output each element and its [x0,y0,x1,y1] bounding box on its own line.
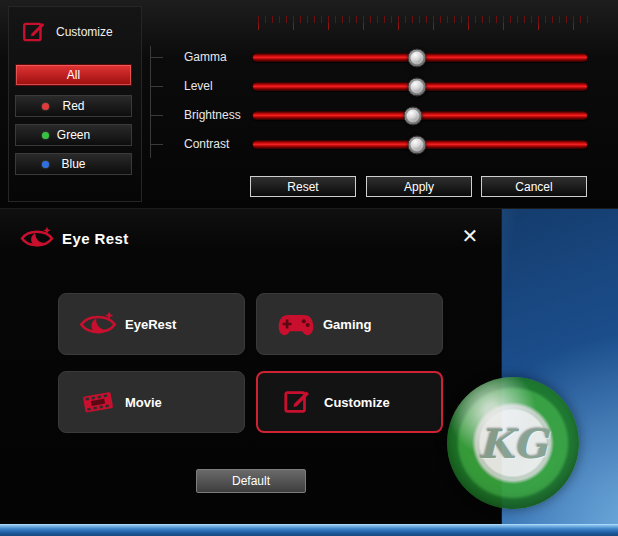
slider-label-brightness: Brightness [184,108,241,122]
contrast-slider-knob[interactable] [407,135,426,154]
close-icon[interactable]: ✕ [457,223,483,249]
channel-button-all[interactable]: All [15,64,132,86]
channel-color-dot [42,103,49,110]
gamepad-icon [277,309,315,339]
pencil-square-icon [21,19,47,45]
level-slider-knob[interactable] [407,77,426,96]
channel-button-green[interactable]: Green [15,124,132,146]
reset-button[interactable]: Reset [250,176,356,197]
default-button[interactable]: Default [196,469,306,493]
gamma-slider-track[interactable] [252,53,588,62]
customize-panel-header: Customize [21,19,113,45]
tree-connector [150,46,151,158]
channel-button-blue[interactable]: Blue [15,153,132,175]
mode-label: Gaming [323,317,371,332]
channel-color-dot [42,132,49,139]
slider-scale-ruler [258,16,588,30]
slider-row-contrast: Contrast [160,134,608,154]
mode-label: Movie [125,395,162,410]
cancel-button[interactable]: Cancel [481,176,587,197]
slider-row-level: Level [160,76,608,96]
mode-label: Customize [324,395,390,410]
slider-row-gamma: Gamma [160,47,608,67]
desktop: Customize All Red Green Blue Gamma [0,0,618,536]
brightness-slider-knob[interactable] [404,106,423,125]
film-icon [79,387,117,417]
channel-button-red[interactable]: Red [15,95,132,117]
brightness-slider-track[interactable] [252,111,588,120]
watermark-logo: KG [447,377,579,509]
mode-label: EyeRest [125,317,176,332]
gamma-slider-knob[interactable] [407,48,426,67]
taskbar[interactable] [0,524,618,536]
contrast-slider-track[interactable] [252,140,588,149]
eye-rest-dialog: Eye Rest ✕ EyeRest Gaming [0,209,502,525]
customize-panel-title: Customize [56,25,113,39]
channel-label: Blue [61,157,85,171]
pencil-square-icon [278,387,316,417]
apply-button[interactable]: Apply [366,176,472,197]
channel-label: Red [62,99,84,113]
dialog-title: Eye Rest [62,230,129,247]
eyerest-eye-icon [79,309,117,339]
mode-tile-gaming[interactable]: Gaming [256,293,443,355]
watermark-monogram: KG [479,420,548,467]
slider-label-contrast: Contrast [184,137,229,151]
mode-tile-eyerest[interactable]: EyeRest [58,293,245,355]
mode-tile-customize[interactable]: Customize [256,371,443,433]
slider-label-level: Level [184,79,213,93]
channel-color-dot [42,161,49,168]
eyerest-eye-icon [20,225,54,251]
channel-label: All [67,68,80,82]
level-slider-track[interactable] [252,82,588,91]
mode-tile-movie[interactable]: Movie [58,371,245,433]
slider-row-brightness: Brightness [160,105,608,125]
customize-panel: Customize All Red Green Blue Gamma [0,0,618,209]
channel-label: Green [57,128,90,142]
slider-label-gamma: Gamma [184,50,227,64]
